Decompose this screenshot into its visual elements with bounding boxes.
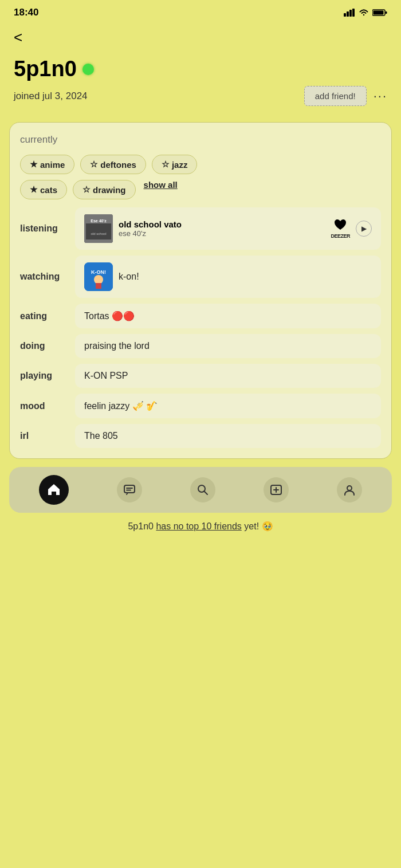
doing-row: doing praising the lord	[20, 334, 381, 358]
kon-art: K-ON!	[84, 262, 113, 291]
album-info: old school vato ese 40'z	[119, 219, 325, 238]
nav-home-item[interactable]	[39, 475, 69, 505]
eating-row: eating Tortas 🔴🔴	[20, 304, 381, 328]
joined-text: joined jul 3, 2024	[14, 91, 88, 102]
bottom-text-area: 5p1n0 has no top 10 friends yet! 🥹	[0, 513, 401, 543]
tag-drawing[interactable]: ☆ drawing	[73, 180, 136, 199]
tag-label-cats: cats	[40, 185, 57, 195]
wifi-icon	[359, 9, 369, 17]
tag-star-5: ☆	[82, 184, 90, 195]
album-art: Ese 40'z old school	[84, 214, 113, 243]
svg-rect-5	[386, 11, 387, 14]
tag-label-jazz: jazz	[172, 160, 188, 170]
online-status-dot	[82, 64, 94, 75]
eating-text: Tortas 🔴🔴	[84, 311, 135, 321]
irl-label: irl	[20, 431, 66, 441]
tag-label-drawing: drawing	[93, 185, 126, 195]
tag-label-anime: anime	[40, 160, 65, 170]
profile-name-row: 5p1n0	[14, 57, 387, 81]
bottom-nav	[15, 475, 386, 505]
nav-chat-circle	[117, 477, 142, 502]
mood-text: feelin jazzy 🎺 🎷	[84, 400, 158, 411]
profile-actions: add friend! ···	[304, 86, 387, 106]
playing-label: playing	[20, 371, 66, 381]
signal-icon	[344, 9, 355, 17]
doing-text: praising the lord	[84, 341, 150, 351]
chat-icon	[123, 484, 136, 496]
nav-profile-circle	[337, 477, 362, 502]
profile-name: 5p1n0	[14, 57, 77, 81]
tag-jazz[interactable]: ☆ jazz	[152, 155, 198, 174]
strikethrough-text: has no top 10 friends	[156, 521, 241, 531]
svg-point-14	[94, 275, 103, 284]
playing-value: K-ON PSP	[75, 364, 381, 388]
track-title: old school vato	[119, 219, 325, 229]
search-icon	[196, 484, 209, 496]
back-button[interactable]: <	[0, 23, 401, 46]
nav-search-circle	[190, 477, 215, 502]
nav-chat-item[interactable]	[117, 477, 142, 502]
nav-search-item[interactable]	[190, 477, 215, 502]
svg-rect-3	[352, 9, 355, 17]
tag-star-3: ☆	[162, 159, 169, 170]
tags-row-2: ★ cats ☆ drawing show all	[20, 180, 381, 199]
svg-rect-1	[347, 11, 349, 17]
svg-line-20	[205, 492, 208, 495]
svg-rect-15	[96, 283, 101, 289]
add-friend-button[interactable]: add friend!	[304, 86, 367, 106]
eating-label: eating	[20, 311, 66, 321]
irl-value: The 805	[75, 424, 381, 448]
no-friends-text: 5p1n0 has no top 10 friends yet! 🥹	[128, 521, 273, 531]
play-button[interactable]: ▶	[356, 221, 372, 237]
track-artist: ese 40'z	[119, 229, 325, 238]
watching-value: K-ON! k-on!	[75, 256, 381, 298]
album-thumbnail: Ese 40'z old school	[84, 214, 113, 243]
svg-rect-0	[344, 13, 346, 17]
mood-label: mood	[20, 401, 66, 411]
profile-meta-row: joined jul 3, 2024 add friend! ···	[14, 86, 387, 106]
playing-text: K-ON PSP	[84, 371, 128, 381]
deezer-heart-icon	[333, 218, 347, 231]
watching-row: watching K-ON! k-on!	[20, 256, 381, 298]
tag-star-4: ★	[30, 184, 37, 195]
nav-add-item[interactable]	[264, 477, 289, 502]
doing-value: praising the lord	[75, 334, 381, 358]
mood-row: mood feelin jazzy 🎺 🎷	[20, 394, 381, 418]
add-icon	[270, 484, 282, 496]
svg-text:old school: old school	[91, 232, 106, 235]
listening-inner: Ese 40'z old school old school vato ese …	[84, 214, 372, 243]
status-rows: listening Ese 40'z old school	[20, 207, 381, 448]
nav-profile-item[interactable]	[337, 477, 362, 502]
show-thumbnail: K-ON!	[84, 262, 113, 291]
irl-row: irl The 805	[20, 424, 381, 448]
svg-rect-2	[349, 10, 352, 17]
profile-header: 5p1n0 joined jul 3, 2024 add friend! ···	[0, 46, 401, 112]
status-icons	[344, 9, 387, 17]
tags-row-1: ★ anime ☆ deftones ☆ jazz	[20, 155, 381, 174]
listening-label: listening	[20, 223, 66, 234]
listening-value: Ese 40'z old school old school vato ese …	[75, 207, 381, 250]
more-options-button[interactable]: ···	[374, 89, 387, 104]
svg-point-24	[347, 486, 352, 490]
tag-cats[interactable]: ★ cats	[20, 180, 67, 199]
nav-home-circle	[39, 475, 69, 505]
currently-label: currently	[20, 134, 381, 146]
listening-row: listening Ese 40'z old school	[20, 207, 381, 250]
tag-label-deftones: deftones	[100, 160, 136, 170]
svg-rect-16	[124, 485, 135, 493]
bottom-nav-wrapper	[9, 467, 392, 513]
tag-anime[interactable]: ★ anime	[20, 155, 74, 174]
battery-icon	[372, 9, 387, 17]
show-all-link[interactable]: show all	[144, 180, 178, 199]
svg-text:K-ON!: K-ON!	[91, 269, 106, 275]
status-bar: 18:40	[0, 0, 401, 23]
playing-row: playing K-ON PSP	[20, 364, 381, 388]
tag-star-1: ★	[30, 159, 37, 170]
tag-deftones[interactable]: ☆ deftones	[80, 155, 146, 174]
tag-star-2: ☆	[90, 159, 97, 170]
deezer-label: DEEZER	[331, 233, 350, 239]
mood-value: feelin jazzy 🎺 🎷	[75, 394, 381, 418]
doing-label: doing	[20, 341, 66, 351]
profile-icon	[343, 484, 356, 496]
status-time: 18:40	[14, 7, 38, 18]
